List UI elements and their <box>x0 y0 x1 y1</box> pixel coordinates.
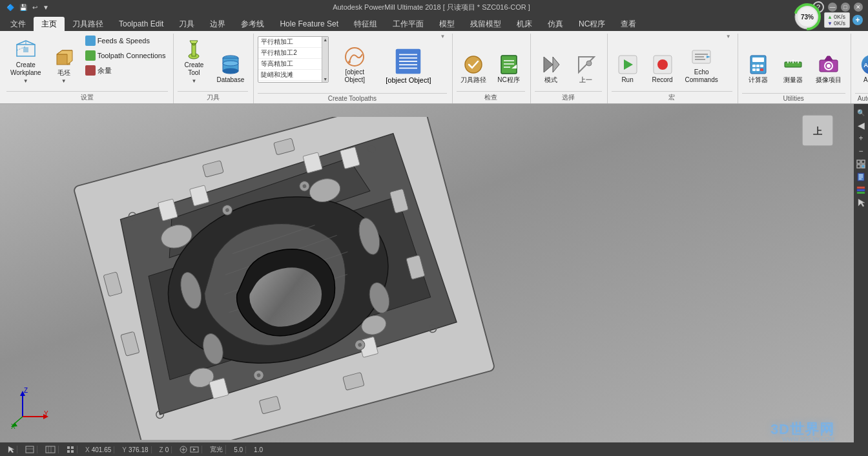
parallel-toolpath-button[interactable]: [object Object] <box>380 34 436 87</box>
a360-button[interactable]: A360 A360 <box>855 34 868 87</box>
tab-toolpath[interactable]: 刀具路径 <box>65 17 111 31</box>
toolpath-connections-button[interactable]: Toolpath Connections <box>83 48 169 63</box>
create-toolpaths-group-label: Create Toolpaths <box>258 93 446 103</box>
sidebar-cursor-icon[interactable] <box>855 197 867 209</box>
toolpath-item-2[interactable]: 平行精加工2 <box>258 48 322 59</box>
tab-machine[interactable]: 机床 <box>509 17 540 31</box>
speed-upload: ▲ 0K/s <box>827 14 847 20</box>
toolpath-combo[interactable]: 平行精加工 平行精加工2 等高精加工 陡峭和浅滩 参考线精加工 ▲ ▼ <box>258 36 329 83</box>
up-prev-button[interactable]: 上一 <box>570 34 602 87</box>
toolpath-large-button[interactable]: [object Object] <box>331 34 378 87</box>
record-icon <box>652 54 673 75</box>
view-cube[interactable]: 上 <box>801 114 834 147</box>
quick-dropdown-btn[interactable]: ▼ <box>41 4 50 11</box>
nc-program-button[interactable]: NC程序 <box>493 34 525 87</box>
tab-hole-feature[interactable]: Hole Feature Set <box>272 17 346 31</box>
remainder-label: 余量 <box>98 66 112 76</box>
toolpath-item-4[interactable]: 陡峭和浅滩 <box>258 70 322 81</box>
toolpath-item-3[interactable]: 等高精加工 <box>258 59 322 70</box>
status-coord-x: X 401.65 <box>83 446 114 453</box>
svg-line-5 <box>26 41 35 45</box>
tab-feature-group[interactable]: 特征组 <box>346 17 385 31</box>
combo-scroll-down[interactable]: ▼ <box>322 76 328 82</box>
svg-point-29 <box>465 56 482 73</box>
tab-residual[interactable]: 残留模型 <box>462 17 509 31</box>
tab-reference[interactable]: 参考线 <box>233 17 272 31</box>
toolpath-item-5[interactable]: 参考线精加工 <box>258 81 322 82</box>
status-grid-icon <box>64 446 78 453</box>
tab-nc[interactable]: NC程序 <box>571 17 613 31</box>
sidebar-arrow-right[interactable]: ◀ <box>855 119 867 131</box>
create-tool-label: CreateTool <box>184 61 203 77</box>
svg-text:X: X <box>11 423 16 430</box>
status-y-label: Y <box>122 446 127 453</box>
ribbon-top-right: 73% ▲ 0K/s ▼ 0K/s + <box>793 9 865 31</box>
viewport[interactable]: 上 Z Y X 3D世界网 WWW.3DSJW.COM <box>0 104 854 442</box>
tab-home[interactable]: 主页 <box>34 17 65 31</box>
svg-rect-132 <box>857 189 865 191</box>
create-workplane-icon <box>16 39 36 60</box>
tab-view[interactable]: 查看 <box>613 17 644 31</box>
add-account-button[interactable]: + <box>852 15 863 25</box>
block-button[interactable]: 毛坯 ▼ <box>48 34 80 87</box>
utilities-group-label: Utilities <box>742 93 845 103</box>
create-tool-button[interactable]: CreateTool ▼ <box>178 34 210 87</box>
a360-icon: A360 <box>861 54 868 75</box>
remainder-button[interactable]: 余量 <box>83 63 169 78</box>
sidebar-layers-icon[interactable] <box>855 184 867 196</box>
tab-tool[interactable]: 刀具 <box>171 17 202 31</box>
tab-file[interactable]: 文件 <box>3 17 34 31</box>
measure-button[interactable]: 测量器 <box>777 34 809 87</box>
toolpath-check-button[interactable]: 刀具路径 <box>457 34 490 87</box>
svg-rect-30 <box>501 56 517 74</box>
sidebar-search-icon[interactable]: 🔍 <box>855 107 867 118</box>
ribbon-group-tool-inner: CreateTool ▼ Database <box>178 34 248 90</box>
speed-download: ▼ 0K/s <box>827 20 847 26</box>
toolpath-item-1[interactable]: 平行精加工 <box>258 37 322 48</box>
tab-boundary[interactable]: 边界 <box>202 17 233 31</box>
ribbon-group-macro: Run Record <box>609 34 738 103</box>
record-button[interactable]: Record <box>646 34 679 87</box>
sidebar-fit-icon[interactable] <box>855 158 867 170</box>
ribbon-group-tool: CreateTool ▼ Database 刀具 <box>175 34 254 103</box>
sidebar-zoom-in-icon[interactable]: + <box>855 132 867 144</box>
combo-scroll-up[interactable]: ▲ <box>322 37 328 43</box>
nc-program-icon <box>499 54 519 75</box>
svg-point-41 <box>657 59 668 70</box>
feeds-speeds-label: Feeds & Speeds <box>98 37 150 45</box>
tab-toolpath-edit[interactable]: Toolpath Edit <box>111 17 171 31</box>
svg-rect-138 <box>46 446 55 453</box>
run-button[interactable]: Run <box>612 34 644 87</box>
up-prev-label: 上一 <box>579 76 592 84</box>
calculator-label: 计算器 <box>749 76 768 84</box>
sidebar-zoom-out-icon[interactable]: − <box>855 145 867 157</box>
mode-button[interactable]: 模式 <box>535 34 567 87</box>
toolpath-combo-scroll[interactable]: ▲ ▼ <box>322 37 328 82</box>
ribbon-group-autodesk-inner: A360 A360 <box>855 34 868 92</box>
status-val2: 1.0 <box>251 446 265 453</box>
tab-workplane[interactable]: 工作平面 <box>385 17 431 31</box>
ribbon-group-utilities: 计算器 测量器 <box>739 34 851 103</box>
echo-commands-button[interactable]: EchoCommands <box>681 34 722 87</box>
status-cursor-icon <box>5 446 17 453</box>
tab-simulation[interactable]: 仿真 <box>540 17 571 31</box>
feeds-speeds-button[interactable]: Feeds & Speeds <box>83 34 169 48</box>
download-arrow: ▼ <box>827 21 832 26</box>
svg-rect-131 <box>857 187 865 189</box>
create-workplane-button[interactable]: CreateWorkplane ▼ <box>6 34 45 87</box>
quick-save-btn[interactable]: 💾 <box>18 4 28 11</box>
database-button[interactable]: Database <box>212 34 248 87</box>
svg-rect-50 <box>760 65 763 67</box>
status-icons-row <box>177 446 202 453</box>
camera-icon <box>818 54 839 75</box>
status-z-label: Z <box>160 446 163 453</box>
toolpath-expand-arrow[interactable]: ▼ <box>440 34 446 39</box>
sidebar-page-icon[interactable] <box>855 171 867 183</box>
macro-expand-arrow[interactable]: ▼ <box>726 34 731 39</box>
camera-button[interactable]: 摄像项目 <box>812 34 845 87</box>
quick-undo-btn[interactable]: ↩ <box>31 4 39 11</box>
performance-indicator: 73% <box>793 3 822 31</box>
svg-line-4 <box>17 41 26 45</box>
tab-model[interactable]: 模型 <box>431 17 462 31</box>
calculator-button[interactable]: 计算器 <box>742 34 774 87</box>
